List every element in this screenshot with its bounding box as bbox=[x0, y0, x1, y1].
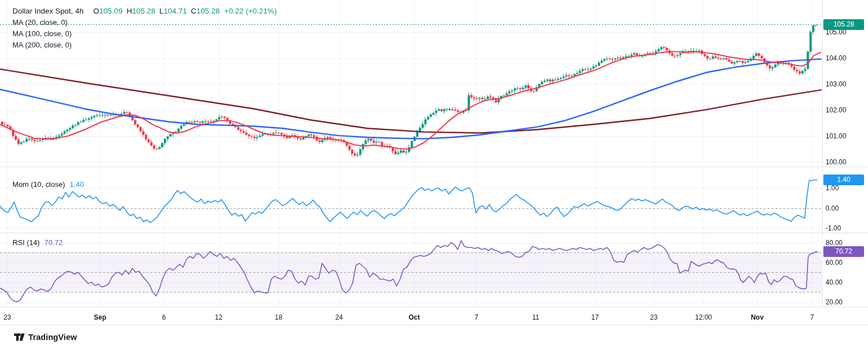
ohlc-low-value: 104.71 bbox=[163, 7, 186, 15]
momentum-legend-value: 1.40 bbox=[70, 180, 84, 189]
time-axis-label: 23 bbox=[3, 313, 11, 321]
change-value: +0.22 (+0.21%) bbox=[224, 7, 277, 15]
momentum-legend-label: Mom (10, close) bbox=[12, 180, 65, 189]
time-axis-label: 24 bbox=[335, 313, 342, 321]
ohlc-close-value: 105.28 bbox=[197, 7, 220, 15]
price-axis-label: 102.00 bbox=[826, 106, 847, 114]
chart-plot-area[interactable] bbox=[0, 0, 868, 349]
momentum-axis-label: -1.00 bbox=[826, 224, 841, 232]
ohlc-high-value: 105.28 bbox=[132, 7, 155, 15]
momentum-axis-label: 0.00 bbox=[826, 204, 839, 212]
ma100-legend[interactable]: MA (100, close, 0) bbox=[12, 28, 277, 40]
rsi-axis-label: 80.00 bbox=[826, 239, 843, 247]
time-axis-label: 23 bbox=[650, 313, 657, 321]
symbol-legend-row[interactable]: Dollar Index Spot, 4hO105.09H105.28L104.… bbox=[12, 6, 277, 17]
time-axis-label: 12:00 bbox=[695, 313, 712, 321]
rsi-value-badge: 70.72 bbox=[823, 246, 864, 257]
time-axis-label: 7 bbox=[475, 313, 479, 321]
momentum-value-badge: 1.40 bbox=[823, 174, 864, 185]
ohlc-open-value: 105.09 bbox=[99, 7, 123, 15]
time-axis-label: 18 bbox=[275, 313, 282, 321]
ma20-legend[interactable]: MA (20, close, 0) bbox=[12, 17, 277, 28]
price-axis-label: 101.00 bbox=[826, 132, 847, 140]
ohlc-close-key: C bbox=[191, 7, 197, 15]
price-axis-label: 100.00 bbox=[826, 158, 847, 166]
ma200-legend[interactable]: MA (200, close, 0) bbox=[12, 40, 277, 51]
time-axis-label: 11 bbox=[532, 313, 539, 321]
tradingview-brand-text: TradingView bbox=[28, 333, 77, 342]
time-axis-label: Oct bbox=[409, 313, 420, 321]
main-legend: Dollar Index Spot, 4hO105.09H105.28L104.… bbox=[12, 6, 277, 51]
momentum-legend-row[interactable]: Mom (10, close)1.40 bbox=[12, 180, 84, 190]
rsi-axis-label: 20.00 bbox=[826, 298, 843, 306]
symbol-title: Dollar Index Spot, 4h bbox=[12, 7, 84, 15]
rsi-legend-label: RSI (14) bbox=[12, 238, 40, 247]
rsi-axis-label: 60.00 bbox=[826, 259, 843, 267]
ohlc-high-key: H bbox=[127, 7, 132, 15]
rsi-axis-label: 40.00 bbox=[826, 278, 843, 286]
last-price-badge: 105.28 bbox=[823, 19, 864, 30]
price-axis-label: 103.00 bbox=[826, 80, 847, 88]
time-axis-label: 6 bbox=[162, 313, 166, 321]
time-axis-label: Sep bbox=[94, 313, 106, 321]
tradingview-attribution[interactable]: TradingView bbox=[14, 333, 77, 342]
rsi-legend-row[interactable]: RSI (14)70.72 bbox=[12, 238, 63, 248]
time-axis-label: Nov bbox=[751, 313, 764, 321]
time-axis-label: 12 bbox=[215, 313, 222, 321]
time-axis-label: 17 bbox=[591, 313, 598, 321]
time-axis[interactable] bbox=[0, 307, 868, 325]
price-axis-label: 104.00 bbox=[826, 54, 847, 62]
ohlc-open-key: O bbox=[93, 7, 99, 15]
chart-window: Dollar Index Spot, 4hO105.09H105.28L104.… bbox=[0, 0, 868, 349]
time-axis-label: 7 bbox=[810, 313, 814, 321]
rsi-legend-value: 70.72 bbox=[44, 238, 63, 247]
tradingview-logo-icon bbox=[14, 333, 25, 342]
